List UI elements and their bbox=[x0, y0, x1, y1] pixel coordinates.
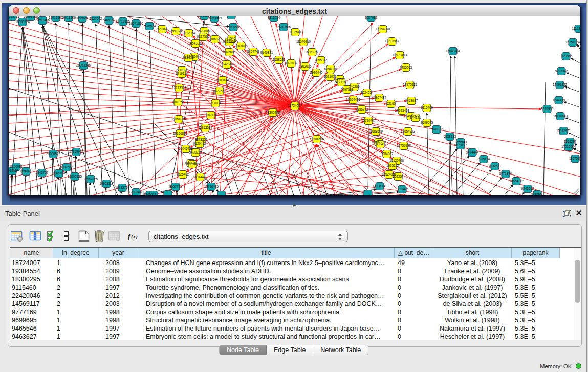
svg-text:11123456: 11123456 bbox=[572, 27, 580, 30]
svg-text:20691406: 20691406 bbox=[35, 18, 50, 22]
svg-text:9397567: 9397567 bbox=[60, 165, 73, 169]
svg-text:1010755: 1010755 bbox=[172, 100, 185, 104]
svg-text:19654925: 19654925 bbox=[171, 117, 186, 121]
svg-text:1362615: 1362615 bbox=[299, 64, 312, 68]
svg-text:3919154: 3919154 bbox=[9, 169, 19, 172]
svg-text:16154808: 16154808 bbox=[376, 27, 390, 31]
svg-text:2803144: 2803144 bbox=[216, 78, 229, 82]
svg-text:9329966: 9329966 bbox=[560, 54, 573, 58]
svg-text:9245071: 9245071 bbox=[144, 193, 157, 195]
svg-text:8427552: 8427552 bbox=[213, 89, 226, 93]
svg-text:19166825: 19166825 bbox=[173, 132, 188, 135]
svg-text:746266: 746266 bbox=[349, 85, 360, 89]
svg-text:9245652: 9245652 bbox=[521, 187, 534, 190]
svg-text:10655267: 10655267 bbox=[75, 16, 90, 20]
svg-text:7625402: 7625402 bbox=[177, 172, 189, 176]
svg-text:9242848: 9242848 bbox=[221, 62, 233, 66]
svg-text:8912954: 8912954 bbox=[183, 31, 195, 35]
svg-text:10973493: 10973493 bbox=[393, 53, 407, 57]
svg-text:9498222: 9498222 bbox=[189, 150, 202, 154]
svg-text:17957225: 17957225 bbox=[83, 177, 98, 181]
svg-text:844121: 844121 bbox=[410, 116, 421, 119]
svg-text:15716485: 15716485 bbox=[204, 185, 219, 188]
svg-text:16053809: 16053809 bbox=[207, 16, 222, 20]
svg-text:1527602: 1527602 bbox=[90, 17, 102, 20]
svg-text:16671355: 16671355 bbox=[129, 21, 144, 25]
svg-text:8267130: 8267130 bbox=[205, 113, 217, 117]
svg-text:1615112: 1615112 bbox=[386, 164, 399, 167]
svg-text:12213967: 12213967 bbox=[385, 39, 400, 43]
svg-text:18640910: 18640910 bbox=[296, 40, 311, 43]
svg-text:2367608: 2367608 bbox=[235, 44, 248, 48]
svg-text:1546: 1546 bbox=[228, 37, 236, 40]
svg-text:9245653: 9245653 bbox=[531, 192, 544, 195]
svg-text:8878352: 8878352 bbox=[195, 138, 208, 141]
svg-text:15751074: 15751074 bbox=[565, 40, 580, 44]
svg-text:17975115: 17975115 bbox=[403, 83, 417, 86]
svg-text:2935114: 2935114 bbox=[477, 157, 490, 161]
svg-text:7955812: 7955812 bbox=[315, 58, 328, 62]
svg-text:16648784: 16648784 bbox=[446, 49, 461, 53]
svg-text:16782759: 16782759 bbox=[115, 186, 130, 189]
svg-text:9115460: 9115460 bbox=[421, 106, 433, 110]
svg-text:18055721: 18055721 bbox=[9, 16, 19, 18]
svg-text:10807487: 10807487 bbox=[372, 96, 387, 99]
svg-text:17359924: 17359924 bbox=[69, 150, 84, 154]
svg-text:5875685: 5875685 bbox=[223, 50, 236, 54]
svg-text:1733426: 1733426 bbox=[396, 187, 409, 191]
svg-text:9327508: 9327508 bbox=[223, 40, 236, 43]
svg-text:10719155: 10719155 bbox=[116, 19, 130, 23]
svg-text:12093822: 12093822 bbox=[553, 83, 568, 86]
svg-text:1640912: 1640912 bbox=[430, 127, 443, 131]
svg-text:10120746: 10120746 bbox=[389, 159, 404, 162]
svg-text:11353594: 11353594 bbox=[198, 126, 212, 129]
svg-text:9146821: 9146821 bbox=[260, 51, 273, 54]
svg-text:8322037: 8322037 bbox=[285, 61, 298, 65]
svg-text:16543362: 16543362 bbox=[188, 41, 203, 45]
svg-text:9463627: 9463627 bbox=[405, 99, 418, 102]
svg-text:7515524: 7515524 bbox=[143, 24, 156, 28]
svg-text:9227342: 9227342 bbox=[555, 69, 568, 73]
svg-text:5938923: 5938923 bbox=[444, 135, 456, 138]
svg-text:8350081: 8350081 bbox=[10, 165, 23, 168]
svg-text:6466160: 6466160 bbox=[103, 18, 116, 22]
svg-text:20053346: 20053346 bbox=[76, 63, 91, 67]
svg-text:15692971: 15692971 bbox=[556, 129, 571, 133]
svg-text:9657771: 9657771 bbox=[169, 185, 182, 188]
svg-text:252254: 252254 bbox=[393, 174, 404, 178]
svg-text:1244419: 1244419 bbox=[553, 98, 565, 102]
svg-text:8454749: 8454749 bbox=[247, 50, 260, 53]
svg-text:62160: 62160 bbox=[386, 102, 396, 105]
svg-text:1167534: 1167534 bbox=[569, 157, 580, 160]
svg-text:16046755: 16046755 bbox=[179, 147, 193, 150]
svg-text:1145194: 1145194 bbox=[53, 171, 66, 175]
svg-text:10654112: 10654112 bbox=[509, 179, 524, 183]
svg-text:7485063: 7485063 bbox=[400, 65, 412, 69]
svg-text:10688609: 10688609 bbox=[368, 129, 383, 133]
svg-text:19013106: 19013106 bbox=[61, 16, 76, 19]
svg-text:15226058: 15226058 bbox=[197, 29, 212, 33]
svg-text:717004: 717004 bbox=[210, 101, 221, 105]
svg-text:9699695: 9699695 bbox=[421, 121, 433, 124]
svg-text:8813054: 8813054 bbox=[268, 16, 280, 19]
svg-text:15720407: 15720407 bbox=[361, 119, 376, 122]
svg-text:9084067: 9084067 bbox=[381, 152, 394, 156]
svg-text:6679197: 6679197 bbox=[454, 143, 467, 147]
svg-text:7663822: 7663822 bbox=[156, 27, 169, 31]
svg-text:16914479: 16914479 bbox=[193, 175, 208, 179]
svg-text:1588520: 1588520 bbox=[273, 58, 286, 61]
svg-text:9560124: 9560124 bbox=[170, 29, 183, 33]
svg-text:10756928: 10756928 bbox=[397, 144, 411, 147]
svg-text:8930440: 8930440 bbox=[310, 71, 323, 74]
svg-text:20364436: 20364436 bbox=[346, 98, 361, 101]
svg-text:8186328: 8186328 bbox=[209, 37, 222, 41]
svg-text:6794028: 6794028 bbox=[324, 67, 337, 71]
svg-text:10958117: 10958117 bbox=[99, 182, 114, 185]
svg-text:2942757: 2942757 bbox=[36, 171, 49, 174]
svg-text:2718179: 2718179 bbox=[176, 68, 189, 72]
svg-text:1132541: 1132541 bbox=[289, 30, 302, 34]
svg-text:16961758: 16961758 bbox=[305, 50, 320, 54]
svg-text:12213369: 12213369 bbox=[172, 86, 187, 90]
svg-text:2087682: 2087682 bbox=[365, 16, 378, 19]
svg-text:19384554: 19384554 bbox=[310, 137, 324, 141]
